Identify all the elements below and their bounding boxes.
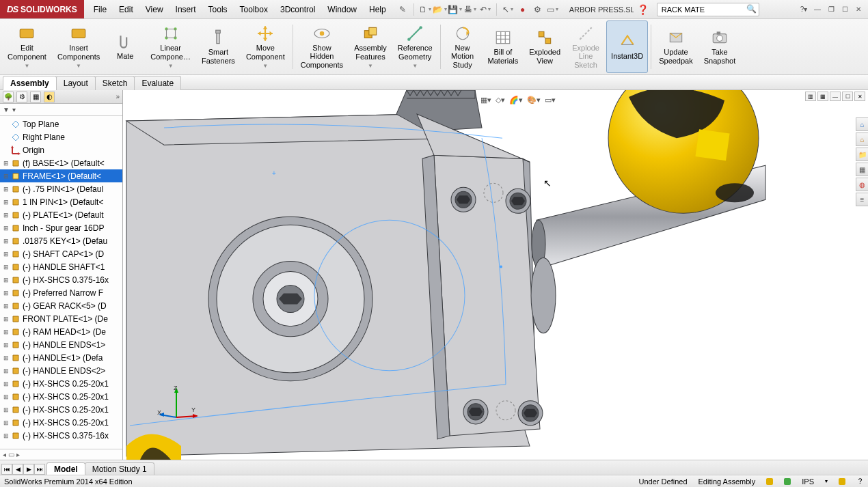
expand-icon[interactable]: ⊞ [3, 393, 9, 400]
expand-icon[interactable]: ⊞ [3, 225, 9, 232]
command-search[interactable]: 🔍 [657, 3, 759, 16]
expand-icon[interactable]: ⊞ [3, 277, 9, 283]
tab-last-icon[interactable]: ⏭ [34, 464, 45, 475]
expand-icon[interactable]: ⊞ [3, 199, 9, 206]
update-speedpak-button[interactable]: UpdateSpeedpak [654, 20, 698, 73]
instant3d-button[interactable]: Instant3D [606, 20, 648, 73]
help-bubble-icon[interactable]: ❓ [638, 4, 649, 15]
restore-icon[interactable]: ☐ [838, 3, 852, 16]
tree-item[interactable]: ⊞(-) PLATE<1> (Default [0, 208, 122, 221]
expand-icon[interactable]: ⊞ [3, 173, 9, 180]
exploded-view-button[interactable]: ExplodedView [524, 20, 565, 73]
insert-components-button[interactable]: InsertComponents▼ [53, 20, 105, 73]
tree-scroll[interactable]: ◂ ▭ ▸ [0, 449, 122, 460]
expand-icon[interactable]: ⊞ [3, 380, 9, 387]
tree-item[interactable]: ⊞(-) HX-SHCS 0.375-16x [0, 273, 122, 286]
tree-item[interactable]: ⊞(-) SHAFT CAP<1> (D [0, 247, 122, 260]
select-icon[interactable]: ↖ [502, 4, 513, 15]
status-indicator-3-icon[interactable] [839, 478, 845, 485]
fm-tab-dim-icon[interactable]: ◐ [44, 92, 55, 102]
menu-3dcontrol[interactable]: 3Dcontrol [275, 2, 321, 17]
menu-window[interactable]: Window [322, 2, 362, 17]
edit-component-button[interactable]: EditComponent▼ [3, 20, 51, 73]
tab-motion-study[interactable]: Motion Study 1 [85, 462, 154, 475]
minimize-icon[interactable]: — [811, 3, 824, 16]
tree-item[interactable]: ⊞.01875 KEY<1> (Defau [0, 234, 122, 247]
menu-edit[interactable]: Edit [113, 2, 139, 17]
move-component-button[interactable]: MoveComponent▼ [241, 20, 290, 73]
tab-prev-icon[interactable]: ◀ [12, 464, 23, 475]
tree-item[interactable]: ⊞(-) HANDLE SHAFT<1 [0, 260, 122, 273]
tree-item[interactable]: Origin [0, 143, 122, 156]
menu-toolbox[interactable]: Toolbox [234, 2, 273, 17]
tab-model[interactable]: Model [46, 462, 85, 475]
new-icon[interactable]: 🗋 [420, 4, 431, 15]
expand-icon[interactable]: ⊞ [3, 212, 9, 219]
menu-file[interactable]: File [88, 2, 112, 17]
feature-tree[interactable]: Top PlaneRight PlaneOrigin⊞(f) BASE<1> (… [0, 116, 122, 449]
expand-icon[interactable]: ⊞ [3, 290, 9, 296]
search-icon[interactable]: 🔍 [746, 4, 757, 14]
tree-item[interactable]: ⊞(-) HX-SHCS 0.25-20x1 [0, 416, 122, 429]
tree-item[interactable]: ⊞(-) HX-SHCS 0.25-20x1 [0, 403, 122, 416]
tab-first-icon[interactable]: ⏮ [1, 464, 12, 475]
expand-icon[interactable]: ⊞ [3, 238, 9, 245]
expand-icon[interactable]: ⊞ [3, 160, 9, 167]
expand-icon[interactable]: ⊞ [3, 186, 9, 193]
fm-collapse-icon[interactable]: » [116, 93, 120, 100]
bill-of-materials-button[interactable]: Bill ofMaterials [483, 20, 524, 73]
tree-item[interactable]: ⊞(-) RAM HEAD<1> (De [0, 325, 122, 338]
fm-tab-config-icon[interactable]: ▦ [30, 92, 41, 102]
expand-icon[interactable]: ⊞ [3, 264, 9, 270]
tree-item[interactable]: ⊞(-) Preferred Narrow F [0, 286, 122, 299]
expand-icon[interactable]: ⊞ [3, 419, 9, 426]
show-hidden-components-button[interactable]: ShowHiddenComponents [296, 20, 348, 73]
tab-evaluate[interactable]: Evaluate [134, 76, 181, 90]
rebuild-icon[interactable]: ● [517, 4, 528, 15]
menu-tools[interactable]: Tools [203, 2, 233, 17]
expand-icon[interactable]: ⊞ [3, 303, 9, 309]
fm-tab-property-icon[interactable]: ⚙ [16, 92, 27, 102]
tab-layout[interactable]: Layout [56, 76, 96, 90]
expand-icon[interactable]: ⊞ [3, 329, 9, 335]
graphics-viewport[interactable]: ⤢ 🔍 ↺ ◧ ▦▾ ◇▾ 🌈▾ 🎨▾ ▭▾ ▥ ▦ — ☐ ✕ ⌂ ⌂ 📁 ▦… [123, 90, 868, 460]
status-help-icon[interactable]: ？ [856, 476, 864, 486]
tree-item[interactable]: Right Plane [0, 130, 122, 143]
expand-icon[interactable]: ⊞ [3, 251, 9, 258]
assembly-features-button[interactable]: AssemblyFeatures▼ [349, 20, 392, 73]
tree-item[interactable]: ⊞(-) HANDLE ENDS<1> [0, 338, 122, 351]
mate-button[interactable]: Mate [106, 20, 144, 73]
menu-insert[interactable]: Insert [170, 2, 202, 17]
tree-item[interactable]: ⊞(f) BASE<1> (Default< [0, 156, 122, 169]
tree-item[interactable]: ⊞Inch - Spur gear 16DP [0, 221, 122, 234]
tab-assembly[interactable]: Assembly [3, 76, 57, 90]
options-icon[interactable]: ⚙ [532, 4, 543, 15]
tab-next-icon[interactable]: ▶ [23, 464, 34, 475]
tree-item[interactable]: ⊞(-) .75 PIN<1> (Defaul [0, 182, 122, 195]
tree-item[interactable]: Top Plane [0, 117, 122, 130]
expand-icon[interactable]: ⊞ [3, 342, 9, 348]
smart-fasteners-button[interactable]: SmartFasteners [197, 20, 240, 73]
expand-icon[interactable]: ⊞ [3, 432, 9, 439]
tab-sketch[interactable]: Sketch [95, 76, 135, 90]
save-icon[interactable]: 💾 [450, 4, 461, 15]
take-snapshot-button[interactable]: TakeSnapshot [699, 20, 740, 73]
menu-help[interactable]: Help [364, 2, 392, 17]
expand-icon[interactable]: ⊞ [3, 406, 9, 413]
tree-item[interactable]: ⊞(-) HANDLE<1> (Defa [0, 351, 122, 364]
tree-item[interactable]: ⊞FRONT PLATE<1> (De [0, 312, 122, 325]
expand-icon[interactable]: ⊞ [3, 316, 9, 322]
search-input[interactable] [657, 3, 759, 16]
tree-item[interactable]: ⊞1 IN PIN<1> (Default< [0, 195, 122, 208]
status-units-dd-icon[interactable]: ▾ [825, 478, 828, 484]
linear-component-pattern-button[interactable]: LinearCompone…▼ [146, 20, 195, 73]
tree-item[interactable]: ⊞(-) HANDLE ENDS<2> [0, 364, 122, 377]
expand-icon[interactable]: ⊞ [3, 367, 9, 374]
script-icon[interactable]: ✎ [397, 4, 408, 15]
tree-item[interactable]: ⊞(-) HX-SHCS 0.25-20x1 [0, 390, 122, 403]
tree-item[interactable]: ⊞(-) HX-SHCS 0.25-20x1 [0, 377, 122, 390]
tree-item[interactable]: ⊞FRAME<1> (Default< [0, 169, 122, 182]
reference-geometry-button[interactable]: ReferenceGeometry▼ [393, 20, 437, 73]
menu-view[interactable]: View [140, 2, 169, 17]
open-icon[interactable]: 📂 [435, 4, 446, 15]
